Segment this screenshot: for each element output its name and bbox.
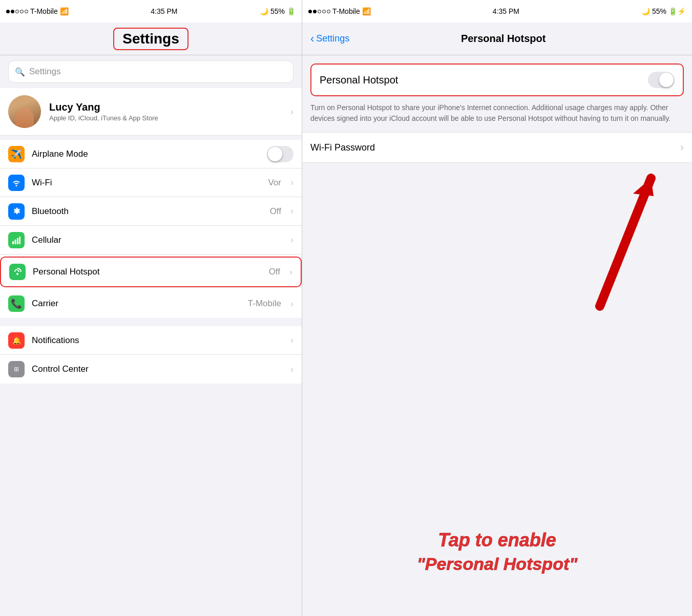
notifications-chevron: › <box>290 335 293 346</box>
search-placeholder: Settings <box>29 67 60 77</box>
notifications-icon: 🔔 <box>8 332 25 349</box>
airplane-mode-row[interactable]: ✈️ Airplane Mode <box>0 140 302 168</box>
right-signal-dots <box>308 10 330 13</box>
hotspot-toggle-section: Personal Hotspot <box>310 63 684 96</box>
avatar <box>8 95 41 128</box>
right-status-bar: T-Mobile 📶 4:35 PM 🌙 55% 🔋⚡ <box>302 0 692 23</box>
right-status-right: 🌙 55% 🔋⚡ <box>641 7 686 15</box>
profile-subtitle: Apple ID, iCloud, iTunes & App Store <box>49 114 282 122</box>
svg-rect-1 <box>15 240 16 244</box>
settings-group-system: 🔔 Notifications › ⊞ Control Center › <box>0 326 302 384</box>
right-battery: 55% <box>652 7 666 15</box>
right-status-left: T-Mobile 📶 <box>308 7 371 15</box>
dot-3 <box>15 10 19 13</box>
bluetooth-icon: ✱ <box>8 203 25 220</box>
battery-left: 55% <box>270 7 285 15</box>
svg-rect-2 <box>17 238 18 244</box>
r-dot-4 <box>322 10 326 13</box>
bluetooth-row[interactable]: ✱ Bluetooth Off › <box>0 197 302 226</box>
hotspot-toggle-knob <box>659 73 674 87</box>
control-center-icon: ⊞ <box>8 361 25 377</box>
right-moon-icon: 🌙 <box>641 7 650 15</box>
carrier-left: T-Mobile <box>30 7 58 15</box>
annotation-line2: "Personal Hotspot" <box>312 553 682 575</box>
wifi-password-label: Wi-Fi Password <box>310 142 680 153</box>
wifi-settings-icon <box>8 175 25 191</box>
right-battery-icon: 🔋⚡ <box>668 7 686 15</box>
dot-2 <box>11 10 14 13</box>
dot-5 <box>25 10 28 13</box>
personal-hotspot-chevron: › <box>289 267 292 278</box>
right-wifi-icon: 📶 <box>362 7 371 15</box>
profile-section: Lucy Yang Apple ID, iCloud, iTunes & App… <box>0 88 302 136</box>
profile-name: Lucy Yang <box>49 101 282 113</box>
svg-rect-3 <box>19 237 21 244</box>
svg-marker-6 <box>633 178 654 196</box>
hotspot-toggle-label: Personal Hotspot <box>320 74 648 86</box>
profile-info: Lucy Yang Apple ID, iCloud, iTunes & App… <box>49 101 282 122</box>
r-dot-2 <box>313 10 317 13</box>
carrier-row[interactable]: 📞 Carrier T-Mobile › <box>0 289 302 318</box>
cellular-icon <box>8 232 25 248</box>
dot-1 <box>6 10 10 13</box>
r-dot-1 <box>308 10 312 13</box>
battery-icon-left: 🔋 <box>287 7 296 15</box>
wifi-icon: 📶 <box>60 7 69 15</box>
carrier-label: Carrier <box>32 299 241 309</box>
carrier-icon: 📞 <box>8 295 25 312</box>
hotspot-toggle[interactable] <box>648 72 675 88</box>
personal-hotspot-row[interactable]: Personal Hotspot Off › <box>1 258 301 286</box>
cellular-chevron: › <box>290 235 293 245</box>
svg-line-5 <box>600 178 651 306</box>
search-bar[interactable]: 🔍 Settings <box>8 60 293 83</box>
bluetooth-value: Off <box>270 206 281 217</box>
left-panel: T-Mobile 📶 4:35 PM 🌙 55% 🔋 Settings 🔍 Se… <box>0 0 302 616</box>
cellular-row[interactable]: Cellular › <box>0 226 302 254</box>
annotation-area: Tap to enable "Personal Hotspot" <box>302 163 692 616</box>
right-panel: T-Mobile 📶 4:35 PM 🌙 55% 🔋⚡ ‹ Settings P… <box>302 0 692 616</box>
search-icon: 🔍 <box>15 67 25 77</box>
annotation-line1: Tap to enable <box>312 528 682 553</box>
annotation-text-block: Tap to enable "Personal Hotspot" <box>312 528 682 575</box>
bluetooth-label: Bluetooth <box>32 206 263 217</box>
back-button[interactable]: ‹ Settings <box>310 32 349 46</box>
personal-hotspot-value: Off <box>269 267 280 277</box>
moon-icon: 🌙 <box>260 7 268 15</box>
r-dot-3 <box>318 10 321 13</box>
right-nav-title: Personal Hotspot <box>461 33 577 45</box>
control-center-row[interactable]: ⊞ Control Center › <box>0 355 302 384</box>
right-carrier: T-Mobile <box>332 7 360 15</box>
back-chevron-icon: ‹ <box>310 32 314 46</box>
back-label: Settings <box>316 33 349 44</box>
carrier-value: T-Mobile <box>248 299 281 309</box>
red-arrow <box>559 163 672 316</box>
cellular-label: Cellular <box>32 235 283 245</box>
notifications-label: Notifications <box>32 335 283 346</box>
r-dot-5 <box>327 10 330 13</box>
profile-row[interactable]: Lucy Yang Apple ID, iCloud, iTunes & App… <box>0 88 302 136</box>
dot-4 <box>20 10 24 13</box>
control-center-label: Control Center <box>32 364 283 374</box>
wifi-chevron: › <box>290 177 293 188</box>
carrier-chevron: › <box>290 299 293 309</box>
bluetooth-chevron: › <box>290 206 293 217</box>
wifi-password-row[interactable]: Wi-Fi Password › <box>302 133 692 162</box>
right-time: 4:35 PM <box>493 7 519 15</box>
search-container: 🔍 Settings <box>0 55 302 88</box>
left-nav-title: Settings <box>113 28 188 50</box>
left-nav-bar: Settings <box>0 23 302 55</box>
wifi-row[interactable]: Wi-Fi Vor › <box>0 168 302 197</box>
hotspot-description: Turn on Personal Hotspot to share your i… <box>302 96 692 132</box>
signal-dots <box>6 10 28 13</box>
settings-group-connectivity: ✈️ Airplane Mode Wi-Fi Vor › ✱ Bluetooth… <box>0 140 302 318</box>
control-center-chevron: › <box>290 364 293 375</box>
airplane-label: Airplane Mode <box>32 149 260 159</box>
notifications-row[interactable]: 🔔 Notifications › <box>0 326 302 355</box>
personal-hotspot-highlight: Personal Hotspot Off › <box>0 257 302 287</box>
svg-rect-0 <box>12 241 14 244</box>
airplane-toggle[interactable] <box>267 146 293 162</box>
personal-hotspot-label: Personal Hotspot <box>33 267 262 277</box>
wifi-password-section: Wi-Fi Password › <box>302 132 692 163</box>
status-left: T-Mobile 📶 <box>6 7 69 15</box>
airplane-icon: ✈️ <box>8 146 25 162</box>
